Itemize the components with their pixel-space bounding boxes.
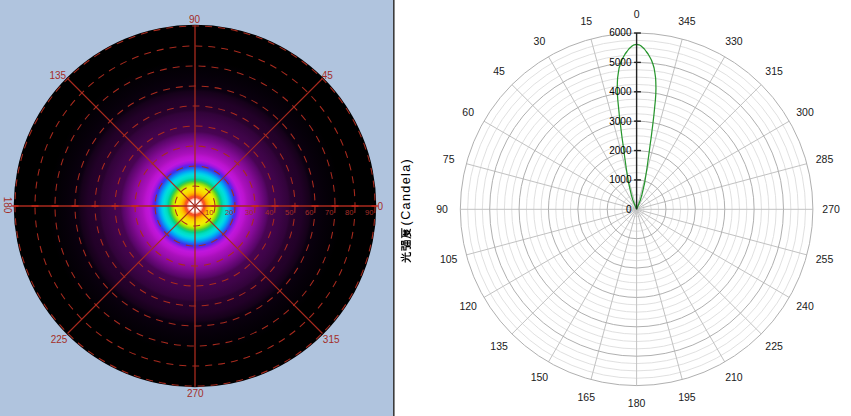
svg-text:300: 300 (796, 106, 814, 118)
svg-text:90: 90 (365, 208, 373, 217)
svg-text:285: 285 (816, 153, 834, 165)
svg-text:10: 10 (205, 208, 213, 217)
svg-text:1000: 1000 (609, 174, 632, 185)
svg-text:165: 165 (578, 391, 596, 403)
svg-text:240: 240 (796, 300, 814, 312)
svg-text:315: 315 (765, 65, 783, 77)
svg-text:15: 15 (580, 15, 592, 27)
svg-text:30: 30 (534, 35, 546, 47)
svg-text:0: 0 (634, 8, 640, 20)
svg-text:180: 180 (628, 397, 646, 409)
svg-text:50: 50 (285, 208, 293, 217)
svg-text:(Candela): (Candela) (399, 158, 413, 225)
svg-text:4000: 4000 (609, 86, 632, 97)
svg-text:105: 105 (440, 253, 458, 265)
svg-text:45: 45 (493, 65, 505, 77)
svg-text:135: 135 (490, 340, 508, 352)
svg-text:20: 20 (225, 208, 233, 217)
svg-text:3000: 3000 (609, 116, 632, 127)
svg-text:225: 225 (765, 340, 783, 352)
svg-text:270: 270 (822, 203, 840, 215)
svg-text:0: 0 (626, 204, 632, 215)
svg-text:255: 255 (816, 253, 834, 265)
svg-text:60: 60 (305, 208, 313, 217)
svg-text:120: 120 (459, 300, 477, 312)
svg-text:70: 70 (325, 208, 333, 217)
svg-text:40: 40 (265, 208, 273, 217)
svg-text:45: 45 (322, 70, 334, 81)
svg-text:90: 90 (436, 203, 448, 215)
svg-text:60: 60 (462, 106, 474, 118)
svg-text:195: 195 (678, 391, 696, 403)
svg-text:2000: 2000 (609, 145, 632, 156)
svg-text:225: 225 (51, 334, 68, 345)
svg-text:315: 315 (323, 334, 340, 345)
svg-text:6000: 6000 (609, 27, 632, 38)
svg-text:135: 135 (49, 70, 66, 81)
svg-text:345: 345 (678, 15, 696, 27)
svg-text:180: 180 (2, 197, 13, 214)
svg-text:5000: 5000 (609, 57, 632, 68)
svg-text:30: 30 (245, 208, 253, 217)
svg-text:75: 75 (443, 153, 455, 165)
svg-text:270: 270 (187, 388, 204, 399)
svg-text:90: 90 (189, 14, 201, 25)
svg-text:330: 330 (725, 35, 743, 47)
svg-text:0: 0 (378, 201, 384, 212)
svg-text:210: 210 (725, 371, 743, 383)
svg-text:80: 80 (345, 208, 353, 217)
svg-text:150: 150 (531, 371, 549, 383)
